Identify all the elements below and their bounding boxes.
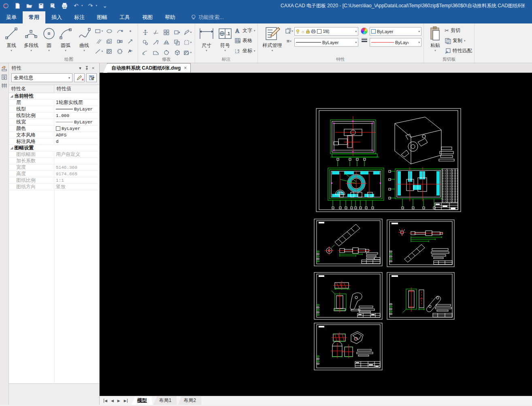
property-row-color[interactable]: 颜色ByLayer	[9, 125, 99, 132]
property-row-lineweight[interactable]: 线宽ByLayer	[9, 119, 99, 125]
save-as-icon[interactable]	[49, 2, 57, 10]
sketch-line-icon[interactable]: ▾	[94, 46, 104, 56]
pick-arrow-icon[interactable]	[125, 36, 136, 46]
tab-annotate[interactable]: 标注	[68, 11, 91, 23]
edit-pencil-icon[interactable]: ▾	[182, 27, 193, 37]
property-group-row[interactable]: ◢图幅设置	[9, 145, 99, 151]
parallel-lines-icon[interactable]	[94, 36, 104, 46]
bolt-icon[interactable]	[115, 36, 125, 46]
circle-button[interactable]: 圆▾	[42, 25, 56, 52]
properties-tab-icon[interactable]	[1, 65, 8, 72]
property-row-layer[interactable]: 层1轮廓实线层	[9, 100, 99, 106]
symbol-button[interactable]: .1 符号▾	[216, 25, 234, 52]
frame-icon[interactable]: ▾	[182, 37, 193, 47]
array-icon[interactable]	[161, 27, 172, 37]
first-sheet-icon[interactable]: ◀	[104, 399, 107, 403]
point-icon[interactable]	[125, 26, 136, 36]
color-wheel-icon[interactable]	[361, 28, 368, 34]
tab-insert[interactable]: 插入	[45, 11, 68, 23]
tab-model[interactable]: 模型	[132, 396, 153, 405]
property-row-linetype[interactable]: 线型ByLayer	[9, 106, 99, 113]
paste-button[interactable]: 粘贴▾	[426, 25, 445, 52]
arc-button[interactable]: 圆弧▾	[56, 25, 75, 52]
copy-button[interactable]: 复制▾	[445, 36, 472, 46]
cut-button[interactable]: ✂剪切	[445, 26, 472, 36]
lineweight-combo[interactable]: ByLay‹ ▾	[370, 38, 421, 47]
scope-selector[interactable]: 全局信息▾	[11, 73, 72, 82]
tab-help[interactable]: 帮助	[159, 11, 181, 23]
open-file-icon[interactable]	[25, 2, 33, 10]
fit-curve-icon[interactable]	[115, 26, 125, 36]
text-arc-icon[interactable]: A	[125, 46, 136, 56]
redo-icon[interactable]: ↷	[87, 2, 95, 10]
undo-dropdown-icon[interactable]: ▾	[81, 4, 83, 7]
document-tab[interactable]: 自动推料系统 CAD图纸6张.dwg ×	[107, 63, 191, 72]
gear-icon[interactable]	[115, 46, 125, 56]
document-tab-bar: 自动推料系统 CAD图纸6张.dwg ×	[100, 63, 532, 73]
lineweight-icon[interactable]	[361, 38, 368, 43]
properties-table: 特性名 特性值 ◢当前特性 层1轮廓实线层 线型ByLayer 线型比例1.00…	[9, 85, 99, 384]
style-manager-button[interactable]: 样式管理▾	[260, 25, 285, 52]
layer-manager-icon[interactable]: ▾	[285, 28, 294, 34]
overlap-icon[interactable]	[172, 37, 182, 47]
layer-combo[interactable]: ☼ 1轮 ▾	[294, 27, 358, 36]
rectangle-icon[interactable]: ▾	[94, 26, 104, 36]
polyline-button[interactable]: 多段线▾	[21, 25, 42, 52]
undo-icon[interactable]: ↶	[72, 2, 80, 10]
quick-select-button[interactable]	[86, 73, 97, 82]
cad-sheet-housing	[314, 323, 383, 370]
property-group-row[interactable]: ◢当前特性	[9, 93, 99, 100]
drawing-canvas[interactable]	[100, 73, 532, 396]
redo-dropdown-icon[interactable]: ▾	[96, 4, 98, 7]
dimension-button[interactable]: 尺寸▾	[197, 25, 216, 52]
library-tab-icon[interactable]	[1, 73, 8, 81]
function-search[interactable]: 功能搜索...	[191, 11, 224, 23]
ellipse-icon[interactable]	[104, 26, 115, 36]
extend-icon[interactable]	[151, 37, 161, 47]
tab-view[interactable]: 视图	[136, 11, 159, 23]
region-icon[interactable]	[104, 36, 115, 46]
property-row-height: 高度9174.665	[9, 171, 99, 177]
panel-pin-icon[interactable]	[83, 65, 90, 71]
stretch-icon[interactable]	[172, 27, 182, 37]
panel-close-icon[interactable]: ×	[90, 65, 96, 71]
match-properties-button[interactable]: 特性匹配	[445, 46, 472, 56]
toolbox-tab-icon[interactable]	[1, 82, 8, 89]
match-properties-icon	[445, 48, 451, 54]
tab-home[interactable]: 常用	[23, 11, 45, 23]
document-close-icon[interactable]: ×	[184, 65, 187, 71]
panel-menu-icon[interactable]: ▾	[77, 65, 83, 71]
property-row-ltscale[interactable]: 线型比例1.000	[9, 113, 99, 119]
tab-tools[interactable]: 工具	[113, 11, 136, 23]
tab-menu[interactable]: 菜单	[0, 11, 23, 23]
property-row-textstyle[interactable]: 文本风格ADFS	[9, 132, 99, 138]
new-file-icon[interactable]	[13, 2, 21, 10]
table-button[interactable]: 表格	[234, 36, 255, 46]
mirror-icon[interactable]	[161, 37, 172, 47]
tab-sheet[interactable]: 图幅	[91, 11, 113, 23]
prev-sheet-icon[interactable]: ◀	[111, 399, 114, 403]
last-sheet-icon[interactable]: ▶	[124, 399, 128, 403]
save-icon[interactable]	[37, 2, 45, 10]
trim-icon[interactable]	[151, 27, 161, 37]
line-button[interactable]: 直线▾	[2, 25, 21, 52]
move-icon[interactable]	[140, 27, 151, 37]
annotate-small-col: A文字▾ 表格 坐标▾	[234, 26, 255, 56]
cancel-edit-button[interactable]: ×	[74, 73, 85, 82]
lineweight-row-sample	[56, 122, 73, 122]
hatch-icon[interactable]	[104, 46, 115, 56]
coordinate-button[interactable]: 坐标▾	[234, 46, 255, 56]
property-row-dimstyle[interactable]: 标注风格d	[9, 138, 99, 145]
tab-layout2[interactable]: 布局2	[178, 396, 202, 405]
rotate-copy-icon[interactable]	[140, 37, 151, 47]
next-sheet-icon[interactable]: ▶	[117, 399, 120, 403]
color-combo[interactable]: ByLayer ▾	[370, 27, 421, 36]
modify-minigrid: ▾ ▾ ▾	[140, 27, 193, 57]
spline-button[interactable]: 曲线▾	[75, 25, 94, 52]
text-button[interactable]: A文字▾	[234, 26, 255, 36]
linetype-combo[interactable]: ByLayer ▾	[294, 38, 358, 47]
customize-toolbar-icon[interactable]: ⌄	[101, 2, 109, 10]
print-icon[interactable]	[60, 2, 68, 10]
tab-layout1[interactable]: 布局1	[153, 396, 177, 405]
linetype-manager-icon[interactable]: ≡▾	[285, 38, 294, 44]
